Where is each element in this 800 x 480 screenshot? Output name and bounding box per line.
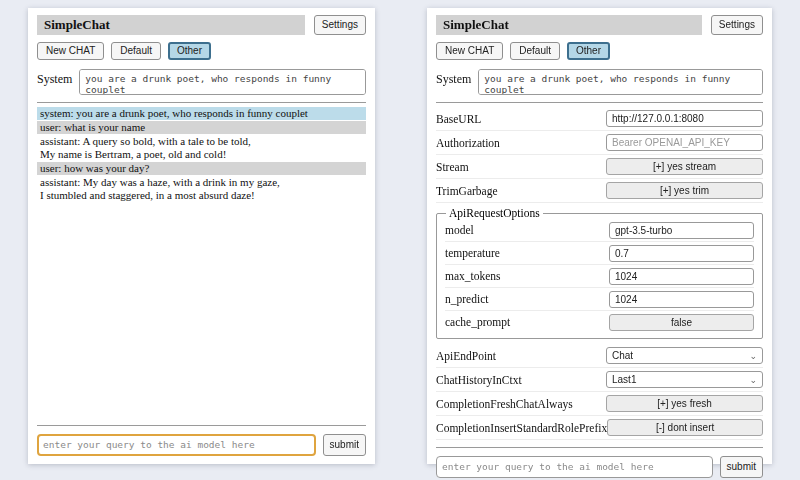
query-input[interactable]: [436, 456, 713, 478]
temperature-input[interactable]: [609, 245, 754, 262]
divider: [436, 447, 763, 448]
model-input[interactable]: [609, 222, 754, 239]
setting-row-n-predict: n_predict: [445, 288, 754, 311]
submit-button[interactable]: submit: [720, 456, 763, 478]
stream-label: Stream: [436, 161, 469, 173]
setting-row-cache-prompt: cache_prompt false: [445, 311, 754, 333]
chevron-down-icon: ⌄: [749, 376, 757, 384]
new-chat-button[interactable]: New CHAT: [436, 42, 503, 60]
setting-row-temperature: temperature: [445, 242, 754, 265]
model-label: model: [445, 224, 474, 236]
submit-button[interactable]: submit: [323, 434, 366, 456]
app-header: SimpleChat Settings: [436, 15, 763, 35]
app-title: SimpleChat: [37, 15, 305, 35]
chat-message-assistant: assistant: My day was a haze, with a dri…: [37, 176, 366, 202]
trimgarbage-label: TrimGarbage: [436, 185, 498, 197]
new-chat-button[interactable]: New CHAT: [37, 42, 104, 60]
api-request-options-legend: ApiRequestOptions: [446, 207, 543, 219]
divider: [37, 102, 366, 103]
tab-default[interactable]: Default: [510, 42, 560, 60]
query-input[interactable]: [37, 434, 316, 456]
system-prompt-input[interactable]: you are a drunk poet, who responds in fu…: [478, 69, 763, 95]
spacer: [37, 203, 366, 418]
api-request-options-group: ApiRequestOptions model temperature max_…: [436, 207, 763, 339]
workspace: SimpleChat Settings New CHAT Default Oth…: [0, 0, 800, 464]
system-prompt-label: System: [436, 69, 471, 87]
tab-other[interactable]: Other: [567, 42, 610, 60]
chat-history-label: ChatHistoryInCtxt: [436, 374, 522, 386]
temperature-label: temperature: [445, 247, 500, 259]
app-header: SimpleChat Settings: [37, 15, 366, 35]
app-title: SimpleChat: [436, 15, 702, 35]
setting-row-stream: Stream [+] yes stream: [436, 155, 763, 179]
chat-history-selected-value: Last1: [612, 374, 636, 385]
n-predict-input[interactable]: [609, 291, 754, 308]
tab-default[interactable]: Default: [111, 42, 161, 60]
stream-toggle-button[interactable]: [+] yes stream: [606, 158, 763, 175]
n-predict-label: n_predict: [445, 293, 488, 305]
chat-message-user: user: what is your name: [37, 121, 366, 134]
max-tokens-label: max_tokens: [445, 270, 501, 282]
session-tabs: New CHAT Default Other: [37, 42, 366, 60]
setting-row-role-prefix: CompletionInsertStandardRolePrefix [-] d…: [436, 416, 763, 440]
query-row: submit: [37, 434, 366, 457]
fresh-chat-toggle-button[interactable]: [+] yes fresh: [606, 395, 763, 412]
chat-message-user: user: how was your day?: [37, 162, 366, 175]
system-prompt-row: System you are a drunk poet, who respond…: [436, 69, 763, 95]
setting-row-fresh-chat: CompletionFreshChatAlways [+] yes fresh: [436, 392, 763, 416]
chat-message-list: system: you are a drunk poet, who respon…: [37, 107, 366, 203]
fresh-chat-label: CompletionFreshChatAlways: [436, 398, 573, 410]
authorization-input[interactable]: [606, 134, 763, 151]
divider: [436, 102, 763, 103]
settings-panel: SimpleChat Settings New CHAT Default Oth…: [427, 8, 772, 464]
baseurl-label: BaseURL: [436, 113, 481, 125]
api-endpoint-label: ApiEndPoint: [436, 350, 496, 362]
chat-panel: SimpleChat Settings New CHAT Default Oth…: [28, 8, 375, 464]
max-tokens-input[interactable]: [609, 268, 754, 285]
settings-button[interactable]: Settings: [314, 15, 366, 35]
setting-row-authorization: Authorization: [436, 131, 763, 155]
settings-button[interactable]: Settings: [711, 15, 763, 35]
api-endpoint-select[interactable]: Chat ⌄: [606, 347, 763, 364]
setting-row-model: model: [445, 219, 754, 242]
session-tabs: New CHAT Default Other: [436, 42, 763, 60]
query-row: submit: [436, 456, 763, 479]
role-prefix-label: CompletionInsertStandardRolePrefix: [436, 422, 607, 434]
setting-row-chat-history: ChatHistoryInCtxt Last1 ⌄: [436, 368, 763, 392]
cache-prompt-label: cache_prompt: [445, 316, 510, 328]
cache-prompt-toggle-button[interactable]: false: [609, 314, 754, 331]
trimgarbage-toggle-button[interactable]: [+] yes trim: [606, 182, 763, 199]
chat-history-select[interactable]: Last1 ⌄: [606, 371, 763, 388]
tab-other[interactable]: Other: [168, 42, 211, 60]
setting-row-api-endpoint: ApiEndPoint Chat ⌄: [436, 344, 763, 368]
system-prompt-label: System: [37, 69, 72, 87]
setting-row-baseurl: BaseURL: [436, 107, 763, 131]
divider: [37, 425, 366, 426]
api-endpoint-selected-value: Chat: [612, 350, 633, 361]
authorization-label: Authorization: [436, 137, 500, 149]
chevron-down-icon: ⌄: [749, 352, 757, 360]
baseurl-input[interactable]: [606, 110, 763, 127]
setting-row-trimgarbage: TrimGarbage [+] yes trim: [436, 179, 763, 203]
role-prefix-toggle-button[interactable]: [-] dont insert: [607, 419, 763, 436]
chat-message-assistant: assistant: A query so bold, with a tale …: [37, 135, 366, 161]
chat-message-system: system: you are a drunk poet, who respon…: [37, 107, 366, 120]
system-prompt-row: System you are a drunk poet, who respond…: [37, 69, 366, 95]
system-prompt-input[interactable]: you are a drunk poet, who responds in fu…: [79, 69, 366, 95]
setting-row-max-tokens: max_tokens: [445, 265, 754, 288]
